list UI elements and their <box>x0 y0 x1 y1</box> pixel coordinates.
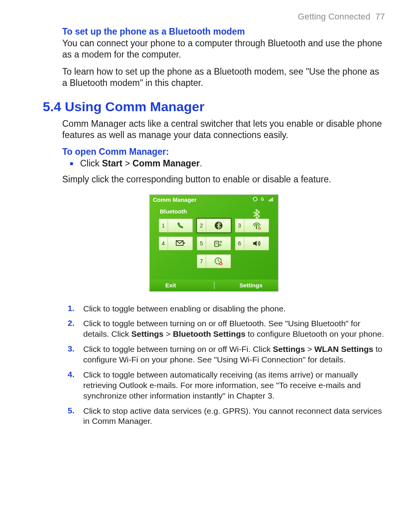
section-heading-5-4: 5.4 Using Comm Manager <box>43 99 385 114</box>
svg-rect-7 <box>256 225 257 229</box>
list-item: 3. Click to toggle between turning on or… <box>68 344 385 365</box>
sync-icon <box>214 257 223 266</box>
button-number: 3 <box>235 219 244 233</box>
button-number: 1 <box>159 219 168 233</box>
phone-title-bar: Comm Manager G <box>150 195 278 205</box>
signal-icon <box>269 196 274 202</box>
bullet-text: Click Start > Comm Manager. <box>80 158 202 169</box>
list-item: 2. Click to toggle between turning on or… <box>68 318 385 339</box>
svg-rect-11 <box>215 242 218 245</box>
list-item: 1. Click to toggle between enabling or d… <box>68 304 385 314</box>
status-icons: G <box>252 196 274 202</box>
list-text: Click to toggle between automatically re… <box>83 370 385 401</box>
button-number: 4 <box>159 236 168 250</box>
svg-text:G: G <box>261 197 264 201</box>
sub-heading-open-comm-manager: To open Comm Manager: <box>62 147 385 157</box>
speaker-icon <box>252 240 261 247</box>
comm-button-1-phone[interactable]: 1 <box>159 219 193 233</box>
bluetooth-icon <box>214 221 223 230</box>
svg-rect-3 <box>270 199 271 201</box>
bullet-item: Click Start > Comm Manager. <box>70 158 385 169</box>
wifi-icon <box>252 221 262 230</box>
text: to configure Bluetooth on your phone. <box>245 329 384 338</box>
text-bold: Comm Manager <box>133 158 200 168</box>
svg-rect-2 <box>269 200 270 201</box>
body-paragraph: To learn how to set up the phone as a Bl… <box>62 66 385 89</box>
text-bold: Settings <box>273 345 305 353</box>
text: Click <box>80 158 102 168</box>
numbered-list: 1. Click to toggle between enabling or d… <box>68 304 385 427</box>
list-text: Click to toggle between turning on or of… <box>83 344 385 365</box>
list-marker: 3. <box>68 344 83 365</box>
button-grid: 1 2 3 4 <box>150 219 278 268</box>
mail-icon <box>176 240 185 247</box>
text: Click to toggle between turning on or of… <box>83 345 273 353</box>
softkey-bar: Exit Settings <box>150 280 278 291</box>
button-number: 7 <box>197 254 206 268</box>
phone-app-title: Comm Manager <box>153 196 197 203</box>
text: > <box>164 329 173 338</box>
list-marker: 5. <box>68 406 83 427</box>
comm-button-3-wifi[interactable]: 3 <box>235 219 269 233</box>
text-bold: WLAN Settings <box>314 345 373 353</box>
text: > <box>305 345 314 353</box>
text-bold: Start <box>102 158 122 168</box>
button-number: 2 <box>197 219 206 233</box>
text: . <box>200 158 202 168</box>
list-text: Click to toggle between turning on or of… <box>83 318 385 339</box>
list-item: 4. Click to toggle between automatically… <box>68 370 385 401</box>
list-marker: 2. <box>68 318 83 339</box>
softkey-left[interactable]: Exit <box>165 282 176 289</box>
sub-heading-bluetooth-modem: To set up the phone as a Bluetooth modem <box>62 26 385 37</box>
sync-icon <box>252 196 259 202</box>
text-bold: Bluetooth Settings <box>173 329 245 338</box>
list-text: Click to stop active data services (e.g.… <box>83 406 385 427</box>
list-marker: 4. <box>68 370 83 401</box>
list-marker: 1. <box>68 304 83 314</box>
text-bold: Settings <box>131 329 164 338</box>
section-name: Getting Connected <box>298 12 371 21</box>
comm-button-5-data[interactable]: 5 <box>197 236 231 250</box>
svg-rect-4 <box>271 198 272 201</box>
button-number: 5 <box>197 236 206 250</box>
list-item: 5. Click to stop active data services (e… <box>68 406 385 427</box>
softkey-right[interactable]: Settings <box>240 282 262 289</box>
data-service-icon <box>214 240 223 247</box>
comm-button-7-activesync[interactable]: 7 <box>197 254 231 268</box>
phone-screenshot: Comm Manager G Bluetooth 1 <box>149 194 279 292</box>
svg-rect-5 <box>272 198 273 201</box>
comm-button-6-ringer[interactable]: 6 <box>235 236 269 250</box>
network-g-icon: G <box>261 196 267 202</box>
bluetooth-large-icon <box>251 209 262 220</box>
body-paragraph: Simply click the corresponding button to… <box>62 174 385 185</box>
document-page: Getting Connected 77 To set up the phone… <box>0 0 420 516</box>
list-text: Click to toggle between enabling or disa… <box>83 304 286 314</box>
comm-button-4-mail[interactable]: 4 <box>159 236 193 250</box>
page-number: 77 <box>375 12 385 21</box>
comm-button-2-bluetooth[interactable]: 2 <box>197 219 231 233</box>
body-paragraph: Comm Manager acts like a central switche… <box>62 118 385 141</box>
running-header: Getting Connected 77 <box>43 12 385 22</box>
phone-icon <box>176 221 185 230</box>
figure-wrapper: Comm Manager G Bluetooth 1 <box>43 194 385 292</box>
svg-point-0 <box>253 197 257 201</box>
text: > <box>122 158 133 168</box>
button-number: 6 <box>235 236 244 250</box>
body-paragraph: You can connect your phone to a computer… <box>62 38 385 61</box>
bullet-icon <box>70 162 73 165</box>
